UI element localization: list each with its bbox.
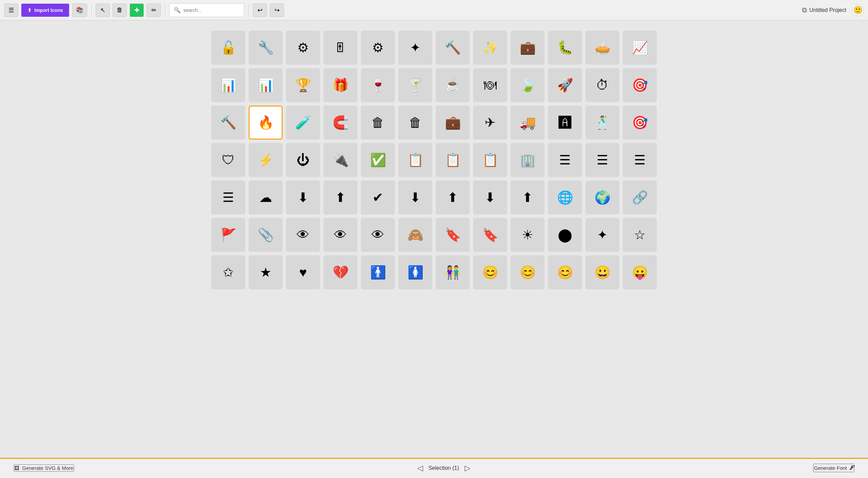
- select-tool-button[interactable]: ↖: [96, 3, 110, 17]
- icon-cell-globe2[interactable]: 🌍: [585, 180, 619, 214]
- icon-cell-menu[interactable]: ☰: [548, 143, 582, 177]
- icon-cell-bug[interactable]: 🐛: [548, 31, 582, 65]
- icon-cell-menu-right[interactable]: ☰: [623, 143, 657, 177]
- icon-cell-briefcase[interactable]: 💼: [436, 106, 470, 140]
- user-avatar[interactable]: 🙂: [852, 4, 864, 16]
- icon-cell-flag[interactable]: 🚩: [211, 218, 245, 252]
- icon-cell-globe[interactable]: 🌐: [548, 180, 582, 214]
- icon-cell-text-size[interactable]: 🅰: [548, 106, 582, 140]
- prev-arrow-icon[interactable]: ◁: [417, 464, 423, 473]
- icon-cell-eye-refresh[interactable]: 👁: [361, 218, 395, 252]
- icon-cell-magic-wand[interactable]: ✨: [473, 31, 507, 65]
- icon-cell-first-aid[interactable]: 💼: [511, 31, 545, 65]
- next-arrow-icon[interactable]: ▷: [465, 464, 470, 473]
- icon-cell-cloud-check[interactable]: ✔: [361, 180, 395, 214]
- icon-cell-fire[interactable]: 🔥: [249, 106, 283, 140]
- generate-font-button[interactable]: Generate Font 𝑭: [813, 464, 854, 472]
- icon-cell-hammer[interactable]: 🔨: [436, 31, 470, 65]
- icon-cell-pie-chart[interactable]: 🥧: [585, 31, 619, 65]
- icon-cell-bar-chart[interactable]: 📊: [211, 68, 245, 102]
- icon-cell-wrench[interactable]: 🔧: [249, 31, 283, 65]
- icon-cell-smile[interactable]: 😊: [473, 255, 507, 289]
- undo-button[interactable]: ↩: [253, 3, 267, 17]
- icon-cell-list-bullet[interactable]: 📋: [436, 143, 470, 177]
- icon-cell-cutlery[interactable]: 🍽: [473, 68, 507, 102]
- icon-cell-truck[interactable]: 🚚: [511, 106, 545, 140]
- icon-cell-star-half[interactable]: ✩: [211, 255, 245, 289]
- icon-cell-sun[interactable]: ☀: [511, 218, 545, 252]
- icon-cell-gear[interactable]: ⚙: [361, 31, 395, 65]
- icon-cell-star-empty[interactable]: ☆: [623, 218, 657, 252]
- search-input[interactable]: [183, 7, 238, 13]
- import-icons-button[interactable]: ⬆ Import Icons: [21, 3, 69, 17]
- icon-cell-eye-plus[interactable]: 👁: [323, 218, 357, 252]
- icon-cell-trash[interactable]: 🗑: [361, 106, 395, 140]
- icon-cell-star[interactable]: ★: [249, 255, 283, 289]
- icon-cell-trash2[interactable]: 🗑: [398, 106, 432, 140]
- icon-cell-heart[interactable]: ♥: [286, 255, 320, 289]
- icon-cell-bar-chart2[interactable]: 📊: [249, 68, 283, 102]
- icon-cell-person-male[interactable]: 🚹: [361, 255, 395, 289]
- icon-cell-couple[interactable]: 👫: [436, 255, 470, 289]
- icon-cell-gear-outline[interactable]: ✦: [398, 31, 432, 65]
- icon-cell-rocket[interactable]: 🚀: [548, 68, 582, 102]
- icon-cell-crosshair[interactable]: 🎯: [623, 106, 657, 140]
- icon-cell-list-arrow[interactable]: 📋: [473, 143, 507, 177]
- icon-cell-unplug[interactable]: 🔌: [323, 143, 357, 177]
- icon-cell-smile2[interactable]: 😊: [511, 255, 545, 289]
- icon-cell-gift[interactable]: 🎁: [323, 68, 357, 102]
- icon-cell-paperclip[interactable]: 📎: [249, 218, 283, 252]
- icon-cell-wine[interactable]: 🍷: [361, 68, 395, 102]
- icon-cell-org-chart[interactable]: 🏢: [511, 143, 545, 177]
- icon-cell-tongue[interactable]: 😛: [623, 255, 657, 289]
- icon-cell-cocktail[interactable]: 🍸: [398, 68, 432, 102]
- icon-cell-smile3[interactable]: 😊: [548, 255, 582, 289]
- icon-cell-plane[interactable]: ✈: [473, 106, 507, 140]
- icon-cell-upload-alt[interactable]: ⬆: [511, 180, 545, 214]
- icon-cell-bookmark-open[interactable]: 🔖: [473, 218, 507, 252]
- icon-cell-eye[interactable]: 👁: [286, 218, 320, 252]
- icon-cell-half-circle[interactable]: ⬤: [548, 218, 582, 252]
- icon-cell-figure[interactable]: 🕺: [585, 106, 619, 140]
- icon-cell-checklist[interactable]: ✅: [361, 143, 395, 177]
- pencil-icon: ✏: [151, 6, 156, 14]
- delete-button[interactable]: 🗑: [113, 3, 127, 17]
- icon-cell-mug[interactable]: ☕: [436, 68, 470, 102]
- edit-button[interactable]: ✏: [147, 3, 161, 17]
- generate-svg-button[interactable]: 🖼 Generate SVG & More: [14, 464, 74, 472]
- icon-cell-download-alt[interactable]: ⬇: [473, 180, 507, 214]
- icon-cell-unlock[interactable]: 🔓: [211, 31, 245, 65]
- icon-cell-list-numbered[interactable]: 📋: [398, 143, 432, 177]
- icon-cell-cloud-download[interactable]: ⬇: [286, 180, 320, 214]
- icon-cell-trophy[interactable]: 🏆: [286, 68, 320, 102]
- icon-cell-download-tray[interactable]: ⬇: [398, 180, 432, 214]
- library-button[interactable]: 📚: [72, 3, 87, 17]
- icon-cell-upload-tray[interactable]: ⬆: [436, 180, 470, 214]
- icon-cell-magnet[interactable]: 🧲: [323, 106, 357, 140]
- add-button[interactable]: ✚: [130, 3, 144, 17]
- icon-cell-faders[interactable]: 🎚: [323, 31, 357, 65]
- menu-button[interactable]: ☰: [4, 3, 18, 17]
- icon-cell-flask[interactable]: 🧪: [286, 106, 320, 140]
- icon-cell-link[interactable]: 🔗: [623, 180, 657, 214]
- icon-cell-menu-center[interactable]: ☰: [585, 143, 619, 177]
- icon-cell-target[interactable]: 🎯: [623, 68, 657, 102]
- icon-cell-leaf[interactable]: 🍃: [511, 68, 545, 102]
- icon-cell-lightning[interactable]: ⚡: [249, 143, 283, 177]
- icon-cell-heart-broken[interactable]: 💔: [323, 255, 357, 289]
- icon-cell-shield-down[interactable]: 🛡: [211, 143, 245, 177]
- icon-cell-smile4[interactable]: 😀: [585, 255, 619, 289]
- icon-cell-power[interactable]: ⏻: [286, 143, 320, 177]
- icon-cell-person-female[interactable]: 🚺: [398, 255, 432, 289]
- icon-cell-gavel[interactable]: 🔨: [211, 106, 245, 140]
- icon-cell-sliders[interactable]: ⚙: [286, 31, 320, 65]
- icon-cell-menu-up[interactable]: ☰: [211, 180, 245, 214]
- icon-cell-line-chart[interactable]: 📈: [623, 31, 657, 65]
- icon-cell-sun-alt[interactable]: ✦: [585, 218, 619, 252]
- icon-cell-bookmark[interactable]: 🔖: [436, 218, 470, 252]
- icon-cell-cloud[interactable]: ☁: [249, 180, 283, 214]
- icon-cell-eye-slash[interactable]: 🙈: [398, 218, 432, 252]
- icon-cell-speedometer[interactable]: ⏱: [585, 68, 619, 102]
- icon-cell-cloud-upload[interactable]: ⬆: [323, 180, 357, 214]
- redo-button[interactable]: ↪: [270, 3, 284, 17]
